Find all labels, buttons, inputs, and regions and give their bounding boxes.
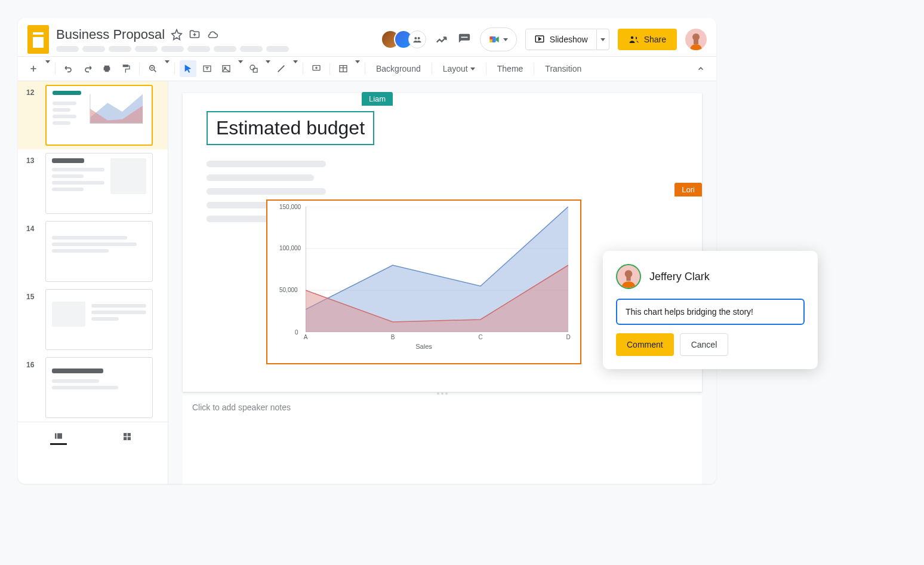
menu-bar-placeholder (56, 46, 381, 52)
slide-thumbnail[interactable]: 12 (18, 81, 168, 149)
zoom-button[interactable] (144, 60, 161, 77)
header-bar: Business Proposal (18, 18, 716, 56)
anonymous-avatar-icon[interactable] (408, 30, 426, 48)
activity-icon[interactable] (435, 32, 449, 47)
undo-button[interactable] (60, 60, 77, 77)
collaborator-avatars[interactable] (381, 30, 426, 49)
x-tick-label: A (304, 334, 308, 340)
print-button[interactable] (98, 60, 115, 77)
x-tick-label: B (391, 334, 395, 340)
y-tick-label: 0 (295, 329, 298, 336)
meet-icon (489, 33, 501, 45)
people-icon (629, 34, 639, 45)
comment-author-avatar (616, 264, 641, 289)
svg-point-6 (630, 36, 633, 39)
chevron-down-icon[interactable] (266, 63, 270, 74)
collapse-toolbar-icon[interactable] (692, 60, 709, 77)
star-icon[interactable] (171, 29, 183, 41)
filmstrip: 12 (18, 81, 168, 484)
filmstrip-view-icon[interactable] (50, 428, 67, 445)
transition-button[interactable]: Transition (539, 64, 587, 73)
grid-view-icon[interactable] (119, 428, 135, 445)
title-text-box[interactable]: Estimated budget (207, 111, 374, 145)
shape-tool[interactable] (245, 60, 262, 77)
slide-thumbnail[interactable]: 13 (18, 149, 168, 217)
chevron-down-icon[interactable] (238, 63, 243, 74)
comment-text-input[interactable]: This chart helps bridging the story! (616, 299, 805, 325)
svg-point-13 (250, 65, 255, 70)
svg-rect-4 (489, 39, 492, 42)
select-tool[interactable] (180, 60, 196, 77)
svg-rect-32 (626, 277, 630, 281)
redo-button[interactable] (79, 60, 96, 77)
collab-cursor-label: Liam (362, 92, 393, 106)
user-avatar[interactable] (685, 29, 707, 50)
cloud-status-icon[interactable] (207, 29, 218, 41)
comments-icon[interactable] (457, 32, 472, 47)
line-tool[interactable] (273, 60, 289, 77)
doc-title[interactable]: Business Proposal (56, 27, 165, 42)
y-tick-label: 50,000 (279, 286, 298, 293)
slide-thumbnail[interactable]: 16 (18, 354, 168, 422)
y-tick-label: 150,000 (279, 204, 301, 210)
slide-thumbnail[interactable]: 15 (18, 285, 168, 354)
chevron-down-icon[interactable] (45, 63, 50, 74)
layout-button[interactable]: Layout (437, 64, 481, 73)
svg-rect-3 (489, 36, 492, 39)
chevron-down-icon[interactable] (165, 63, 170, 74)
chevron-down-icon[interactable] (355, 63, 360, 74)
new-slide-button[interactable] (25, 60, 42, 77)
table-tool[interactable] (335, 60, 352, 77)
svg-point-0 (414, 37, 417, 39)
comment-submit-button[interactable]: Comment (616, 333, 674, 356)
play-rect-icon (534, 34, 545, 45)
chevron-down-icon (470, 67, 475, 70)
slideshow-dropdown[interactable] (597, 29, 609, 50)
share-button[interactable]: Share (618, 29, 677, 50)
area-chart (306, 207, 568, 332)
theme-button[interactable]: Theme (491, 64, 529, 73)
svg-point-1 (417, 37, 420, 39)
collab-cursor-label: Lori (674, 183, 702, 196)
svg-rect-23 (128, 433, 131, 436)
svg-rect-21 (57, 433, 62, 438)
svg-rect-14 (253, 68, 257, 72)
share-label: Share (644, 35, 666, 44)
svg-point-31 (625, 270, 633, 278)
svg-rect-25 (128, 437, 131, 440)
comment-popup: Jeffery Clark This chart helps bridging … (603, 251, 818, 369)
move-folder-icon[interactable] (189, 29, 201, 41)
comment-tool[interactable] (308, 60, 325, 77)
slides-logo[interactable] (27, 25, 49, 54)
chart-object[interactable]: 150,000 100,000 50,000 0 (266, 199, 581, 364)
meet-button[interactable] (480, 27, 517, 51)
svg-rect-8 (694, 39, 698, 44)
chart-axis-label: Sales (279, 343, 568, 350)
textbox-tool[interactable] (199, 60, 215, 77)
slide-title: Estimated budget (216, 117, 365, 139)
y-tick-label: 100,000 (279, 245, 301, 251)
speaker-notes[interactable]: Click to add speaker notes (183, 395, 702, 484)
slideshow-label: Slideshow (550, 35, 588, 44)
x-tick-label: C (478, 334, 482, 340)
paint-format-button[interactable] (118, 60, 134, 77)
x-tick-label: D (566, 334, 570, 340)
comment-cancel-button[interactable]: Cancel (680, 333, 729, 356)
chevron-down-icon[interactable] (293, 63, 298, 74)
comment-author-name: Jeffery Clark (649, 271, 710, 283)
svg-rect-24 (124, 437, 127, 440)
toolbar: Background Layout Theme Transition (18, 56, 716, 81)
chevron-down-icon (600, 38, 605, 41)
image-tool[interactable] (218, 60, 235, 77)
background-button[interactable]: Background (370, 64, 427, 73)
svg-rect-20 (55, 433, 57, 438)
slideshow-button[interactable]: Slideshow (525, 29, 597, 50)
chevron-down-icon (503, 38, 508, 41)
slide-thumbnail[interactable]: 14 (18, 217, 168, 285)
svg-rect-22 (124, 433, 127, 436)
